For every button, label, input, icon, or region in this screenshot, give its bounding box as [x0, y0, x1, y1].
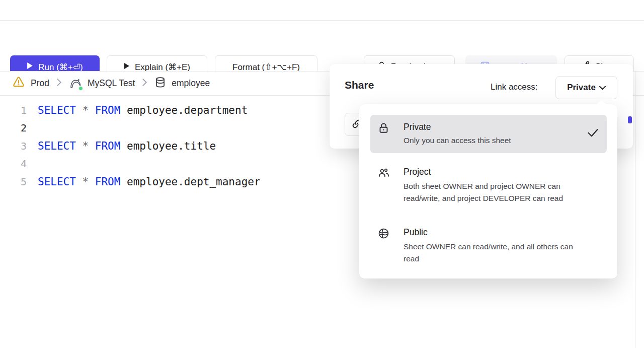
breadcrumb-instance[interactable]: MySQL Test [69, 77, 135, 90]
link-access-label: Link access: [491, 82, 538, 92]
instance-status-dot [78, 86, 84, 91]
mysql-dolphin-icon [69, 77, 82, 90]
globe-icon [377, 226, 392, 265]
option-title: Project [404, 166, 563, 178]
play-icon [124, 62, 130, 72]
warning-triangle-icon [12, 76, 25, 91]
code-text: SELECT * FROM employee.title [38, 140, 216, 152]
menu-option-project[interactable]: Project Both sheet OWNER and project OWN… [370, 166, 607, 204]
option-title: Public [404, 226, 573, 238]
chevron-right-icon [56, 78, 62, 89]
top-strip [0, 0, 644, 21]
lock-icon [377, 121, 392, 153]
line-number: 5 [0, 176, 27, 188]
line-number: 3 [0, 140, 27, 152]
people-group-icon [377, 166, 392, 204]
link-access-menu: Private Only you can access this sheet P… [359, 104, 617, 279]
editor-right-divider [635, 71, 635, 348]
chevron-right-icon [142, 78, 147, 89]
checkmark-icon [587, 128, 599, 140]
breadcrumb-environment[interactable]: Prod [12, 76, 49, 91]
option-description: Sheet OWNER can read/write, and all othe… [404, 241, 573, 265]
menu-option-public[interactable]: Public Sheet OWNER can read/write, and a… [370, 226, 607, 265]
environment-label: Prod [31, 78, 49, 89]
option-description: Only you can access this sheet [404, 134, 511, 147]
line-number: 4 [0, 158, 27, 170]
link-access-select[interactable]: Private [555, 76, 617, 99]
play-icon [27, 62, 33, 72]
database-icon [154, 77, 166, 91]
database-label: employee [172, 78, 210, 89]
share-popover-title: Share [345, 79, 374, 91]
menu-option-private[interactable]: Private Only you can access this sheet [370, 115, 607, 153]
instance-label: MySQL Test [88, 78, 135, 89]
chevron-down-icon [599, 83, 606, 93]
sql-editor-page: Run (⌘+⏎) Explain (⌘+E) Format (⇧+⌥+F) R… [0, 0, 644, 348]
line-number-active: 2 [0, 122, 27, 134]
option-title: Private [404, 121, 511, 133]
copy-button-sliver[interactable] [628, 116, 632, 123]
line-number: 1 [0, 104, 27, 116]
option-description: Both sheet OWNER and project OWNER can r… [404, 180, 563, 204]
toolbar: Run (⌘+⏎) Explain (⌘+E) Format (⇧+⌥+F) R… [0, 21, 644, 71]
code-text: SELECT * FROM employee.dept_manager [38, 176, 261, 188]
link-access-value: Private [567, 83, 596, 93]
code-text: SELECT * FROM employee.department [38, 104, 248, 116]
breadcrumb-database[interactable]: employee [154, 77, 210, 91]
